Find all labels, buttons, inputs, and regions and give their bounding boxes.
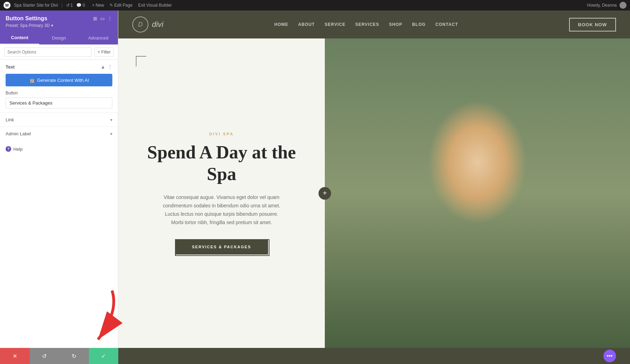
site-name: Spa Starter Site for Divi [14,3,58,8]
hero-title: Spend A Day at the Spa [139,142,304,185]
bottom-toolbar: ✕ ↺ ↻ ✓ [0,348,118,364]
howdy-text: Howdy, Deanna [587,3,617,8]
site-navigation: D divi HOME ABOUT SERVICE SERVICES SHOP … [118,10,630,38]
link-section-label: Link [6,117,14,122]
user-avatar[interactable] [620,2,626,9]
save-icon: ✓ [101,353,106,359]
ai-icon: 🤖 [29,77,35,83]
add-section-button[interactable]: + [318,187,331,200]
link-section: Link ▾ [0,113,118,127]
panel-title-row: Button Settings ⊞ ▭ ⋮ [6,15,112,22]
filter-button[interactable]: + Filter [94,48,114,57]
fab-menu-button[interactable]: ••• [603,350,616,362]
cancel-button[interactable]: ✕ [0,348,30,364]
responsive-icon[interactable]: ⊞ [93,16,97,21]
nav-home[interactable]: HOME [274,22,288,27]
new-button[interactable]: + New [90,2,106,8]
tab-design[interactable]: Design [39,31,78,44]
wordpress-logo[interactable]: W [4,2,10,9]
more-options-icon[interactable]: ⋮ [107,16,112,21]
collapse-text-section-icon[interactable]: ▲ [100,64,105,70]
tab-content[interactable]: Content [0,31,39,44]
divider: | [61,3,62,8]
text-section-menu-icon[interactable]: ⋮ [107,64,112,70]
top-bar-actions: + New ✎ Edit Page Exit Visual Builder [90,2,174,8]
link-chevron-down-icon: ▾ [110,117,112,122]
admin-top-bar: W Spa Starter Site for Divi | ↺ 1 💬 0 + … [0,0,630,10]
exit-builder-button[interactable]: Exit Visual Builder [136,2,174,8]
site-nav-links: HOME ABOUT SERVICE SERVICES SHOP BLOG CO… [274,22,458,27]
hero-right [325,38,630,348]
chevron-down-icon: ▾ [51,23,53,28]
text-section-header[interactable]: Text ▲ ⋮ [0,60,118,72]
layout-icon[interactable]: ▭ [100,16,105,21]
hero-bracket-decoration [136,56,146,66]
comments-counter: 💬 0 [76,3,85,8]
right-content: D divi HOME ABOUT SERVICE SERVICES SHOP … [118,10,630,364]
admin-label-section: Admin Label ▾ [0,127,118,141]
button-field-label: Button [6,91,112,95]
logo-circle: D [132,16,148,33]
undo-button[interactable]: ↺ [30,348,59,364]
help-icon: ? [6,146,11,152]
edit-page-button[interactable]: ✎ Edit Page [107,2,134,8]
panel-title-icons: ⊞ ▭ ⋮ [93,16,112,21]
text-section-controls: ▲ ⋮ [100,64,112,70]
save-button[interactable]: ✓ [89,348,119,364]
hero-body: Vitae consequat augue. Vivamus eget dolo… [159,193,285,227]
main-layout: Button Settings ⊞ ▭ ⋮ Preset: Spa Primar… [0,0,630,364]
help-label: Help [13,147,23,152]
generate-ai-button[interactable]: 🤖 Generate Content With AI [6,74,112,86]
hero-cta-button[interactable]: SERVICES & PACKAGES [175,239,268,255]
search-input[interactable] [4,48,92,57]
redo-icon: ↻ [72,353,76,359]
settings-panel: Button Settings ⊞ ▭ ⋮ Preset: Spa Primar… [0,10,118,364]
book-now-button[interactable]: BOOK NOW [569,18,616,31]
admin-label-chevron-down-icon: ▾ [110,131,112,136]
button-field-group: Button [0,91,118,113]
top-bar-right: Howdy, Deanna [587,2,627,9]
nav-service[interactable]: SERVICE [324,22,345,27]
admin-label-section-label: Admin Label [6,131,31,136]
panel-title-text: Button Settings [6,15,47,22]
logo-text: divi [152,20,163,29]
panel-header: Button Settings ⊞ ▭ ⋮ Preset: Spa Primar… [0,10,118,31]
nav-contact[interactable]: CONTACT [435,22,458,27]
hero-subtitle: DIVI SPA [209,132,234,136]
nav-about[interactable]: ABOUT [298,22,315,27]
link-section-header[interactable]: Link ▾ [0,113,118,127]
nav-services[interactable]: SERVICES [355,22,379,27]
nav-blog[interactable]: BLOG [412,22,426,27]
button-text-input[interactable] [6,98,112,108]
site-logo: D divi [132,16,163,33]
panel-tabs: Content Design Advanced [0,31,118,45]
hero-left: DIVI SPA Spend A Day at the Spa Vitae co… [118,38,325,348]
admin-label-section-header[interactable]: Admin Label ▾ [0,127,118,141]
nav-shop[interactable]: SHOP [389,22,402,27]
text-section-title: Text [6,64,15,70]
undo-icon: ↺ [42,353,47,359]
hero-area: DIVI SPA Spend A Day at the Spa Vitae co… [118,38,630,348]
redo-button[interactable]: ↻ [59,348,89,364]
site-footer-bar: ••• [118,348,630,364]
cancel-icon: ✕ [13,353,17,359]
help-section[interactable]: ? Help [0,141,118,157]
preset-label[interactable]: Preset: Spa Primary 3D ▾ [6,23,112,28]
hero-portrait-image [325,38,630,348]
search-bar: + Filter [0,45,118,60]
tab-advanced[interactable]: Advanced [79,31,118,44]
revisions-counter: ↺ 1 [66,3,73,8]
